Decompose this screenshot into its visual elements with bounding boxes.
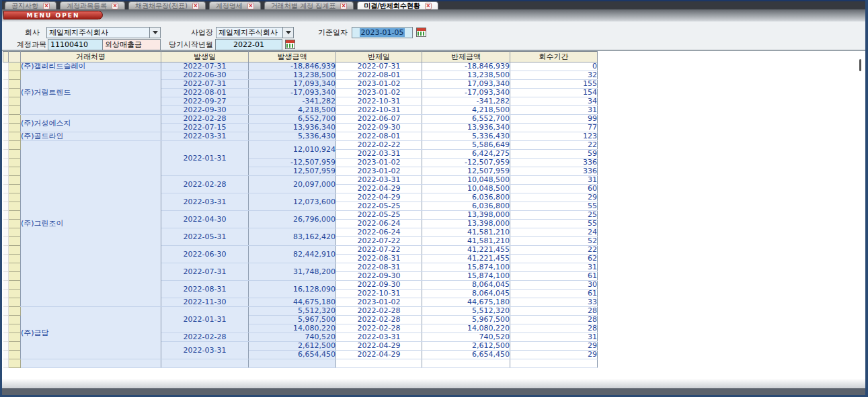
cell-occur-date[interactable]: 2022-03-31 bbox=[161, 342, 249, 359]
cell-occur-amount[interactable]: 26,796,000 bbox=[249, 211, 336, 228]
cell-occur-amount[interactable]: 14,080,220 bbox=[249, 324, 336, 333]
cell-settle-date[interactable]: 2023-01-02 bbox=[336, 167, 422, 176]
cell-settle-date[interactable]: 2022-04-29 bbox=[336, 185, 422, 193]
bottom-bar[interactable] bbox=[2, 388, 865, 395]
cell-occur-amount[interactable]: 5,336,430 bbox=[249, 132, 336, 141]
row-indicator[interactable] bbox=[9, 132, 21, 141]
row-indicator[interactable] bbox=[9, 193, 21, 202]
row-indicator[interactable] bbox=[9, 159, 21, 167]
tab-outstanding-settlement[interactable]: 미결/반제회수현황 × bbox=[357, 1, 438, 9]
row-indicator[interactable] bbox=[9, 71, 21, 80]
site-select[interactable]: 제일제지주식회사 bbox=[216, 27, 294, 38]
cell-collection-period[interactable]: 99 bbox=[510, 115, 598, 124]
period-input[interactable]: 2022-01 bbox=[215, 39, 282, 50]
base-date-input[interactable]: 2023-01-05 bbox=[352, 27, 413, 38]
row-indicator[interactable] bbox=[9, 307, 21, 316]
cell-occur-amount[interactable]: 16,128,090 bbox=[249, 281, 336, 298]
cell-occur-amount[interactable]: 44,675,180 bbox=[249, 298, 336, 307]
cell-occur-date[interactable]: 2022-08-01 bbox=[161, 89, 249, 97]
cell-collection-period[interactable]: 28 bbox=[510, 324, 598, 333]
cell-settle-date[interactable]: 2022-06-24 bbox=[336, 228, 422, 237]
cell-settle-amount[interactable]: -12,507,959 bbox=[422, 159, 510, 167]
cell-settle-amount[interactable]: 8,064,045 bbox=[422, 281, 510, 290]
cell-collection-period[interactable]: 30 bbox=[510, 281, 598, 290]
row-indicator[interactable] bbox=[9, 228, 21, 237]
row-indicator[interactable] bbox=[9, 124, 21, 132]
cell-occur-date[interactable]: 2022-01-31 bbox=[161, 141, 249, 176]
cell-occur-date[interactable]: 2022-04-30 bbox=[161, 211, 249, 228]
cell-occur-date[interactable]: 2022-09-27 bbox=[161, 97, 249, 106]
calendar-icon[interactable] bbox=[416, 28, 426, 37]
cell-occur-date[interactable]: 2022-03-31 bbox=[161, 193, 249, 211]
cell-customer-name[interactable]: (주)골드라인 bbox=[21, 132, 161, 141]
cell-collection-period[interactable]: 31 bbox=[510, 106, 598, 115]
cell-collection-period[interactable]: 336 bbox=[510, 159, 598, 167]
menu-open-button[interactable]: MENU OPEN bbox=[3, 11, 103, 19]
cell-settle-date[interactable]: 2023-01-02 bbox=[336, 80, 422, 89]
cell-settle-date[interactable]: 2022-04-29 bbox=[336, 342, 422, 351]
cell-occur-amount[interactable]: -17,093,340 bbox=[249, 89, 336, 97]
row-indicator[interactable] bbox=[9, 324, 21, 333]
cell-settle-date[interactable]: 2022-07-22 bbox=[336, 246, 422, 255]
row-indicator[interactable] bbox=[9, 141, 21, 150]
cell-settle-amount[interactable]: 6,424,275 bbox=[422, 150, 510, 159]
row-indicator[interactable] bbox=[9, 80, 21, 89]
row-indicator[interactable] bbox=[9, 290, 21, 298]
account-name-input[interactable]: 외상매출금 bbox=[102, 39, 161, 50]
cell-collection-period[interactable]: 29 bbox=[510, 342, 598, 351]
row-indicator[interactable] bbox=[9, 359, 21, 368]
cell-settle-date[interactable]: 2022-02-22 bbox=[336, 141, 422, 150]
cell-settle-date[interactable]: 2022-05-25 bbox=[336, 211, 422, 220]
cell-collection-period[interactable]: 55 bbox=[510, 220, 598, 228]
tab-notice[interactable]: 공지사항 × bbox=[5, 1, 56, 9]
cell-occur-amount[interactable]: 5,512,320 bbox=[249, 307, 336, 316]
cell-settle-amount[interactable]: 10,048,500 bbox=[422, 176, 510, 185]
cell-settle-amount[interactable]: 5,336,430 bbox=[422, 132, 510, 141]
cell-occur-date[interactable]: 2022-09-30 bbox=[161, 106, 249, 115]
cell-settle-date[interactable]: 2022-02-28 bbox=[336, 307, 422, 316]
cell-settle-date[interactable]: 2022-04-29 bbox=[336, 193, 422, 202]
cell-collection-period[interactable]: 61 bbox=[510, 290, 598, 298]
cell-occur-date[interactable]: 2022-05-31 bbox=[161, 228, 249, 246]
cell-settle-date[interactable]: 2022-08-01 bbox=[336, 132, 422, 141]
tab-close-icon[interactable]: × bbox=[112, 3, 118, 9]
cell-settle-amount[interactable]: 6,654,450 bbox=[422, 351, 510, 359]
tab-receivable-ledger[interactable]: 채권채무장(전표) × bbox=[128, 1, 206, 9]
row-indicator[interactable] bbox=[9, 211, 21, 220]
tab-account-detail[interactable]: 계정명세 × bbox=[209, 1, 261, 9]
cell-settle-amount[interactable]: 15,874,100 bbox=[422, 263, 510, 272]
cell-occur-amount[interactable]: -12,507,959 bbox=[249, 159, 336, 167]
cell-collection-period[interactable]: 0 bbox=[510, 62, 598, 71]
cell-settle-date[interactable]: 2022-06-24 bbox=[336, 220, 422, 228]
cell-settle-date[interactable]: 2022-02-28 bbox=[336, 324, 422, 333]
cell-collection-period[interactable]: 33 bbox=[510, 298, 598, 307]
cell-collection-period[interactable]: 32 bbox=[510, 71, 598, 80]
cell-occur-amount[interactable]: 31,748,200 bbox=[249, 263, 336, 281]
cell-occur-date[interactable]: 2022-02-28 bbox=[161, 176, 249, 193]
cell-settle-amount[interactable]: 41,221,455 bbox=[422, 255, 510, 263]
cell-settle-amount[interactable]: 6,552,700 bbox=[422, 115, 510, 124]
cell-collection-period[interactable]: 336 bbox=[510, 167, 598, 176]
cell-occur-amount[interactable]: 13,936,340 bbox=[249, 124, 336, 132]
cell-occur-date[interactable]: 2022-07-31 bbox=[161, 62, 249, 71]
cell-collection-period[interactable]: 31 bbox=[510, 263, 598, 272]
cell-collection-period[interactable]: 123 bbox=[510, 132, 598, 141]
cell-customer-name[interactable] bbox=[21, 359, 161, 368]
cell-settle-amount[interactable]: 5,512,320 bbox=[422, 307, 510, 316]
cell-collection-period[interactable] bbox=[510, 359, 598, 368]
cell-settle-date[interactable]: 2022-06-07 bbox=[336, 115, 422, 124]
cell-occur-date[interactable]: 2022-08-31 bbox=[161, 281, 249, 298]
cell-collection-period[interactable]: 31 bbox=[510, 333, 598, 342]
row-indicator[interactable] bbox=[9, 237, 21, 246]
cell-collection-period[interactable]: 28 bbox=[510, 307, 598, 316]
cell-settle-amount[interactable]: 740,520 bbox=[422, 333, 510, 342]
row-indicator[interactable] bbox=[9, 176, 21, 185]
cell-settle-date[interactable]: 2022-08-31 bbox=[336, 255, 422, 263]
cell-settle-date[interactable]: 2022-10-31 bbox=[336, 97, 422, 106]
tab-close-icon[interactable]: × bbox=[192, 3, 199, 9]
row-indicator[interactable] bbox=[9, 97, 21, 106]
cell-occur-date[interactable]: 2022-11-30 bbox=[161, 298, 249, 307]
cell-settle-date[interactable]: 2022-09-30 bbox=[336, 281, 422, 290]
row-indicator[interactable] bbox=[9, 263, 21, 272]
cell-collection-period[interactable]: 61 bbox=[510, 272, 598, 281]
